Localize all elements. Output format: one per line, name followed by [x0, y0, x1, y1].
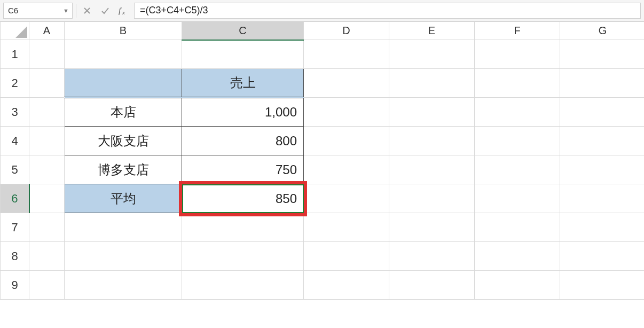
row-head-1[interactable]: 1: [1, 40, 29, 69]
cell-C8[interactable]: [182, 242, 304, 271]
name-box-value: C6: [8, 6, 18, 15]
cell-D2[interactable]: [304, 69, 389, 98]
cell-A3[interactable]: [29, 98, 65, 127]
formula-input[interactable]: =(C3+C4+C5)/3: [134, 3, 641, 19]
tbl-header-value: 売上: [230, 75, 256, 90]
cell-G5[interactable]: [560, 155, 645, 184]
col-head-C[interactable]: C: [182, 22, 304, 40]
tbl-row-label: 大阪支店: [98, 134, 149, 148]
row-head-6[interactable]: 6: [1, 184, 29, 213]
cell-C4[interactable]: 800: [182, 127, 304, 155]
cell-B4[interactable]: 大阪支店: [65, 127, 182, 155]
cell-B9[interactable]: [65, 271, 182, 300]
cell-G8[interactable]: [560, 242, 645, 271]
row-head-8[interactable]: 8: [1, 242, 29, 271]
cell-D9[interactable]: [304, 271, 389, 300]
col-head-E[interactable]: E: [389, 22, 475, 40]
col-head-A[interactable]: A: [29, 22, 65, 40]
cell-B2[interactable]: [65, 69, 182, 98]
cell-A7[interactable]: [29, 213, 65, 242]
cell-F4[interactable]: [475, 127, 560, 155]
tbl-row-label: 本店: [111, 105, 136, 119]
cell-F1[interactable]: [475, 40, 560, 69]
select-all-corner[interactable]: [1, 22, 29, 40]
cell-A2[interactable]: [29, 69, 65, 98]
cell-F8[interactable]: [475, 242, 560, 271]
cell-F7[interactable]: [475, 213, 560, 242]
cell-G7[interactable]: [560, 213, 645, 242]
cell-C7[interactable]: [182, 213, 304, 242]
cancel-icon[interactable]: [80, 3, 95, 18]
cell-E9[interactable]: [389, 271, 475, 300]
spreadsheet-grid: A B C D E F G 1 2 売上: [0, 21, 644, 300]
name-box[interactable]: C6 ▼: [3, 3, 73, 19]
cell-E8[interactable]: [389, 242, 475, 271]
cell-B5[interactable]: 博多支店: [65, 155, 182, 184]
cell-C2[interactable]: 売上: [182, 69, 304, 98]
col-head-F[interactable]: F: [475, 22, 560, 40]
cell-C6[interactable]: 850: [182, 184, 304, 213]
cell-E2[interactable]: [389, 69, 475, 98]
cell-B8[interactable]: [65, 242, 182, 271]
fx-icon[interactable]: f x: [116, 3, 131, 18]
tbl-row-value: 800: [276, 134, 297, 148]
cell-G3[interactable]: [560, 98, 645, 127]
cell-B7[interactable]: [65, 213, 182, 242]
cell-B6[interactable]: 平均: [65, 184, 182, 213]
cell-F5[interactable]: [475, 155, 560, 184]
cell-C1[interactable]: [182, 40, 304, 69]
cell-G9[interactable]: [560, 271, 645, 300]
cell-D1[interactable]: [304, 40, 389, 69]
cell-E6[interactable]: [389, 184, 475, 213]
svg-text:x: x: [122, 9, 125, 15]
cell-F6[interactable]: [475, 184, 560, 213]
row-head-7[interactable]: 7: [1, 213, 29, 242]
cell-B1[interactable]: [65, 40, 182, 69]
tbl-row-value: 750: [276, 162, 297, 177]
col-head-D[interactable]: D: [304, 22, 389, 40]
separator: [76, 4, 76, 18]
tbl-footer-value: 850: [276, 191, 297, 206]
cell-A6[interactable]: [29, 184, 65, 213]
row-head-2[interactable]: 2: [1, 69, 29, 98]
row-head-5[interactable]: 5: [1, 155, 29, 184]
tbl-row-value: 1,000: [265, 105, 297, 119]
col-head-G[interactable]: G: [560, 22, 645, 40]
cell-F2[interactable]: [475, 69, 560, 98]
cell-G1[interactable]: [560, 40, 645, 69]
tbl-footer-label: 平均: [111, 191, 136, 206]
cell-D3[interactable]: [304, 98, 389, 127]
sheet-table: A B C D E F G 1 2 売上: [0, 21, 644, 300]
cell-C5[interactable]: 750: [182, 155, 304, 184]
cell-D4[interactable]: [304, 127, 389, 155]
row-head-3[interactable]: 3: [1, 98, 29, 127]
cell-F3[interactable]: [475, 98, 560, 127]
cell-A5[interactable]: [29, 155, 65, 184]
cell-E1[interactable]: [389, 40, 475, 69]
cell-A9[interactable]: [29, 271, 65, 300]
cell-F9[interactable]: [475, 271, 560, 300]
formula-text: =(C3+C4+C5)/3: [140, 5, 208, 16]
cell-E5[interactable]: [389, 155, 475, 184]
cell-C3[interactable]: 1,000: [182, 98, 304, 127]
col-head-B[interactable]: B: [65, 22, 182, 40]
cell-D5[interactable]: [304, 155, 389, 184]
cell-D6[interactable]: [304, 184, 389, 213]
cell-D7[interactable]: [304, 213, 389, 242]
cell-G2[interactable]: [560, 69, 645, 98]
row-head-9[interactable]: 9: [1, 271, 29, 300]
cell-E7[interactable]: [389, 213, 475, 242]
cell-A8[interactable]: [29, 242, 65, 271]
cell-C9[interactable]: [182, 271, 304, 300]
cell-E3[interactable]: [389, 98, 475, 127]
enter-icon[interactable]: [98, 3, 113, 18]
cell-G6[interactable]: [560, 184, 645, 213]
cell-A1[interactable]: [29, 40, 65, 69]
cell-D8[interactable]: [304, 242, 389, 271]
formula-bar: C6 ▼ f x =(C3+C4+C5)/3: [0, 0, 644, 21]
cell-B3[interactable]: 本店: [65, 98, 182, 127]
cell-E4[interactable]: [389, 127, 475, 155]
cell-A4[interactable]: [29, 127, 65, 155]
row-head-4[interactable]: 4: [1, 127, 29, 155]
cell-G4[interactable]: [560, 127, 645, 155]
